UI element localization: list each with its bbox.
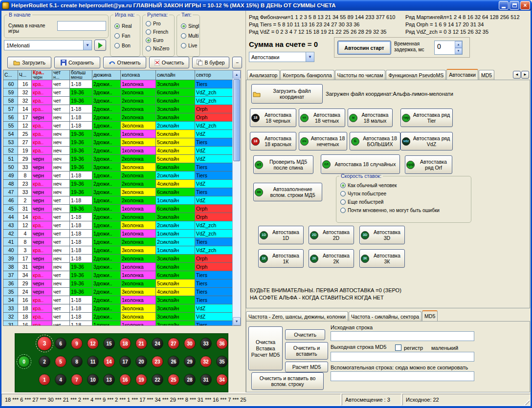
- board-number-34[interactable]: 34: [216, 374, 228, 386]
- minimize-button[interactable]: [499, 1, 509, 10]
- board-number-8[interactable]: 8: [71, 356, 83, 367]
- autobets-combo[interactable]: Автоставки ▼: [249, 52, 314, 62]
- scroll-down-button[interactable]: ▼: [233, 317, 241, 325]
- radio-option-Live[interactable]: Live: [181, 43, 197, 48]
- board-number-28[interactable]: 28: [184, 374, 196, 386]
- register-checkbox[interactable]: [395, 344, 401, 351]
- clear-button[interactable]: Очистить: [149, 57, 189, 68]
- board-number-31[interactable]: 31: [200, 374, 212, 386]
- board-number-0[interactable]: 0: [18, 356, 30, 367]
- load-coordinates-button[interactable]: Загрузить файл координат: [251, 84, 323, 104]
- board-number-21[interactable]: 21: [135, 338, 147, 349]
- bet-18-odd-button[interactable]: нчАвтоставка 18 нечетных: [299, 132, 347, 150]
- radio-option-French[interactable]: French: [146, 29, 168, 35]
- radio-option-Fan[interactable]: Fan: [114, 33, 130, 39]
- tab-Автоставки[interactable]: Автоставки: [446, 69, 478, 80]
- load-button[interactable]: Загрузить: [7, 57, 51, 68]
- board-number-9[interactable]: 9: [71, 338, 83, 349]
- radio-option-Bon[interactable]: Bon: [114, 43, 131, 48]
- md5-clear-paste-calc-button[interactable]: Очистка Вставка Расчет MD5: [248, 326, 283, 370]
- start-sum-input[interactable]: [57, 21, 106, 31]
- board-number-27[interactable]: 27: [168, 338, 179, 349]
- bet-row-vdz-button[interactable]: vdzАвтоставка ряд VdZ: [400, 132, 453, 150]
- board-number-16[interactable]: 16: [119, 374, 131, 386]
- tab-Анализатор[interactable]: Анализатор: [247, 70, 280, 80]
- chevron-down-icon[interactable]: ▼: [306, 52, 314, 62]
- table-scrollbar[interactable]: ▲ ▼: [232, 70, 241, 325]
- radio-option-Multi[interactable]: Multi: [181, 33, 199, 39]
- title-bar[interactable]: HelperRoullet 5.1- create helperroullet@…: [0, 0, 532, 11]
- tab-Контроль банкролла[interactable]: Контроль банкролла: [280, 70, 334, 80]
- board-number-15[interactable]: 15: [103, 338, 115, 349]
- board-number-10[interactable]: 10: [87, 374, 99, 386]
- delay-spinner[interactable]: 0 ▲ ▼: [434, 41, 463, 55]
- board-number-24[interactable]: 24: [152, 338, 163, 349]
- board-number-25[interactable]: 25: [168, 374, 179, 386]
- scrollbar-thumb[interactable]: [233, 79, 240, 161]
- bet-18-small-button[interactable]: мАвтоставка 18 малых: [348, 108, 393, 127]
- bet-18-black-button[interactable]: 18Автоставка 18 черных: [250, 108, 296, 127]
- minus-button[interactable]: −: [232, 57, 242, 68]
- undo-button[interactable]: Отменить: [103, 57, 146, 68]
- board-number-19[interactable]: 19: [135, 374, 147, 386]
- bet-3k-button[interactable]: 3КАвтоставка 3К: [359, 249, 405, 268]
- board-number-23[interactable]: 23: [152, 356, 163, 367]
- radio-option-NoZero[interactable]: NoZero: [146, 46, 169, 51]
- radio-option-Как обычный человек[interactable]: Как обычный человек: [340, 183, 397, 188]
- md5-clear-paste-button[interactable]: Очистить и вставить: [285, 342, 328, 360]
- radio-option-Почти мгновенно, но могут быть ошибки[interactable]: Почти мгновенно, но могут быть ошибки: [340, 208, 440, 213]
- board-number-29[interactable]: 29: [184, 356, 196, 367]
- board-number-12[interactable]: 12: [87, 338, 99, 349]
- board-number-4[interactable]: 4: [55, 374, 66, 386]
- board-number-6[interactable]: 6: [55, 338, 66, 349]
- bet-18-random-button[interactable]: слАвтоставка 18 случайных: [321, 154, 400, 174]
- radio-option-Real[interactable]: Real: [114, 23, 132, 29]
- autospin-start-button[interactable]: Автоспин старт: [337, 41, 391, 55]
- board-number-13[interactable]: 13: [103, 374, 115, 386]
- board-number-20[interactable]: 20: [135, 356, 147, 367]
- chevron-down-icon[interactable]: ▼: [83, 41, 91, 50]
- bet-3d-button[interactable]: 3DАвтоставка 3D: [359, 226, 405, 244]
- bet-row-tier-button[interactable]: тирАвтоставка ряд Tier: [400, 108, 453, 127]
- board-number-26[interactable]: 26: [168, 356, 179, 367]
- freq-tab-MD5[interactable]: MD5: [422, 310, 438, 321]
- tabs-scroll-right-button[interactable]: ►: [521, 71, 529, 79]
- close-button[interactable]: ×: [520, 1, 530, 10]
- freq-tab-Частота - сиклайны, сектора[interactable]: Частота - сиклайны, сектора: [349, 311, 421, 321]
- board-number-22[interactable]: 22: [152, 374, 163, 386]
- aux-string-input[interactable]: [331, 371, 474, 381]
- bet-1k-button[interactable]: 1КАвтоставка 1К: [258, 249, 304, 268]
- board-number-18[interactable]: 18: [119, 338, 131, 349]
- board-number-33[interactable]: 33: [200, 338, 212, 349]
- clear-paste-aux-button[interactable]: Очистить и вставить во вспом. строку: [251, 372, 324, 390]
- board-number-5[interactable]: 5: [55, 356, 66, 367]
- md5-clear-button[interactable]: Очистить: [285, 329, 325, 340]
- board-number-36[interactable]: 36: [216, 338, 228, 349]
- md5-calc-button[interactable]: Расчет MD5: [285, 362, 328, 372]
- radio-option-Еще побыстрей[interactable]: Еще побыстрей: [340, 199, 383, 205]
- bet-2k-button[interactable]: 2КАвтоставка 2К: [309, 249, 354, 268]
- profile-combo[interactable]: 1Melonati ▼: [4, 40, 92, 50]
- source-string-input[interactable]: [331, 331, 474, 341]
- board-number-17[interactable]: 17: [119, 356, 131, 367]
- board-number-1[interactable]: 1: [39, 374, 50, 386]
- board-number-7[interactable]: 7: [71, 374, 83, 386]
- bet-18-red-button[interactable]: 18Автоставка 18 красных: [250, 132, 296, 150]
- tab-MD5[interactable]: MD5: [479, 70, 494, 80]
- board-number-32[interactable]: 32: [200, 356, 212, 367]
- md5-output-input[interactable]: [331, 352, 474, 362]
- board-number-14[interactable]: 14: [103, 356, 115, 367]
- board-number-2[interactable]: 2: [39, 356, 50, 367]
- tabs-scroll-left-button[interactable]: ◄: [513, 71, 521, 79]
- radio-option-Singl[interactable]: Singl: [181, 23, 199, 29]
- bet-18-big-button[interactable]: БАвтоставка 18 БОЛЬШИХ: [350, 132, 400, 150]
- radio-option-Pro[interactable]: Pro: [146, 21, 161, 26]
- bet-row-orf-button[interactable]: орфАвтоставка ряд Orf: [405, 155, 452, 174]
- bet-2d-button[interactable]: 2DАвтоставка 2D: [309, 226, 354, 244]
- play-button[interactable]: [94, 40, 106, 51]
- radio-option-Euro[interactable]: Euro: [146, 38, 163, 43]
- copy-to-buffer-button[interactable]: В буфер: [192, 57, 229, 68]
- bet-18-even-button[interactable]: чтАвтоставка 18 четных: [299, 108, 345, 127]
- spinner-up-icon[interactable]: ▲: [455, 41, 462, 48]
- resize-grip[interactable]: [524, 399, 530, 405]
